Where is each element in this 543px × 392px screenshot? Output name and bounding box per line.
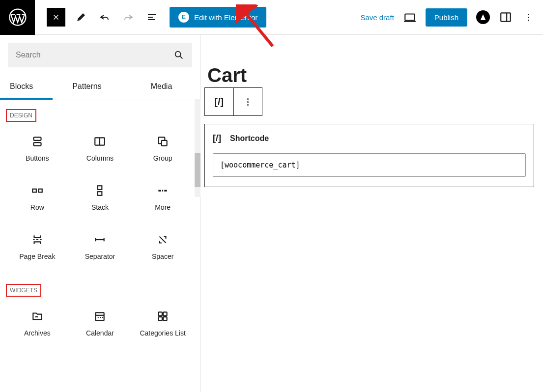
block-inserter-panel: Blocks Patterns Media DESIGN Buttons Col… [0,35,200,392]
save-draft-link[interactable]: Save draft [360,13,394,22]
block-toolbar: [/] [204,87,262,116]
scrollbar[interactable] [195,99,200,197]
svg-point-4 [175,52,181,57]
tab-blocks[interactable]: Blocks [0,75,53,100]
close-inserter-button[interactable] [47,8,65,27]
separator-icon [93,233,107,247]
svg-rect-10 [162,140,167,146]
block-label: Separator [85,252,115,260]
block-label: Archives [24,329,51,337]
stack-icon [93,184,107,197]
block-row[interactable]: Row [6,180,69,215]
tools-button[interactable] [69,5,93,29]
preview-button[interactable] [403,10,417,24]
columns-icon [93,135,107,148]
block-categories-list[interactable]: Categories List [131,306,194,341]
search-box [8,43,192,67]
svg-rect-6 [33,142,41,146]
block-calendar[interactable]: Calendar [69,306,132,341]
block-label: Page Break [19,252,55,260]
block-label: More [155,203,171,211]
buttons-icon [30,135,44,148]
topbar-left: E Edit with Elementor [35,5,266,29]
svg-rect-18 [96,312,104,320]
group-icon [156,135,170,148]
block-label: Calendar [86,329,114,337]
blocks-panel: DESIGN Buttons Columns Group Row [0,100,200,392]
document-overview-button[interactable] [140,5,164,29]
tab-media[interactable]: Media [121,75,172,100]
section-design-label: DESIGN [6,109,36,122]
spacer-icon [156,233,170,247]
wordpress-logo[interactable] [0,0,35,35]
shortcode-input[interactable] [213,153,526,177]
block-label: Buttons [26,154,49,162]
block-group[interactable]: Group [131,131,194,166]
section-widgets-label: WIDGETS [6,284,41,297]
categories-icon [156,309,170,323]
tab-patterns[interactable]: Patterns [53,75,121,100]
svg-rect-13 [98,186,102,190]
inserter-tabs: Blocks Patterns Media [0,75,200,100]
undo-button[interactable] [93,5,116,29]
block-columns[interactable]: Columns [69,131,132,166]
svg-rect-26 [163,317,167,321]
block-page-break[interactable]: Page Break [6,229,69,264]
row-icon [30,184,44,197]
calendar-icon [93,309,107,323]
svg-rect-5 [33,137,41,140]
svg-rect-1 [405,14,415,21]
astra-icon[interactable] [476,10,490,24]
block-type-button[interactable]: [/] [205,88,233,115]
publish-button[interactable]: Publish [426,8,467,27]
block-buttons[interactable]: Buttons [6,131,69,166]
svg-point-22 [102,317,103,318]
svg-rect-23 [158,312,162,316]
svg-rect-11 [32,189,36,193]
block-more[interactable]: More [131,180,194,215]
svg-rect-12 [38,189,42,193]
svg-rect-14 [98,192,102,196]
block-separator[interactable]: Separator [69,229,132,264]
block-stack[interactable]: Stack [69,180,132,215]
more-options-button[interactable] [521,10,535,24]
block-label: Spacer [152,252,173,260]
shortcode-block[interactable]: [/] Shortcode [204,124,534,187]
elementor-label: Edit with Elementor [194,13,257,22]
block-archives[interactable]: Archives [6,306,69,341]
archives-icon [30,309,44,323]
elementor-icon: E [178,12,189,23]
block-spacer[interactable]: Spacer [131,229,194,264]
shortcode-icon: [/] [213,133,221,143]
edit-with-elementor-button[interactable]: E Edit with Elementor [170,7,266,28]
shortcode-label: Shortcode [230,134,269,143]
block-label: Categories List [140,329,185,337]
svg-rect-2 [501,13,511,21]
page-title[interactable]: Cart [207,64,534,86]
topbar-right: Save draft Publish [360,8,543,27]
top-toolbar: E Edit with Elementor Save draft Publish [0,0,543,35]
block-label: Row [30,203,44,211]
search-input[interactable] [16,51,173,59]
main: Blocks Patterns Media DESIGN Buttons Col… [0,35,543,392]
page-break-icon [30,233,44,247]
redo-button[interactable] [116,5,140,29]
svg-rect-24 [163,312,167,316]
svg-point-20 [98,317,99,318]
settings-sidebar-button[interactable] [499,10,513,24]
block-label: Group [153,154,172,162]
block-label: Stack [91,203,109,211]
search-icon [173,50,184,60]
editor-canvas: Cart [/] [/] Shortcode [200,35,543,392]
more-icon [156,184,170,197]
svg-point-21 [100,317,101,318]
block-label: Columns [86,154,114,162]
svg-rect-25 [158,317,162,321]
block-more-button[interactable] [233,88,262,115]
